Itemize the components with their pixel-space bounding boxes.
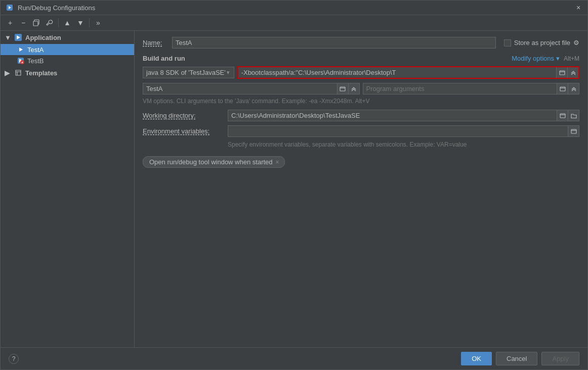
sdk-dropdown-value: java 8 SDK of 'TestJavaSE' <box>146 69 226 76</box>
env-vars-input-group <box>228 125 579 137</box>
main-content: ▼ Application TestA <box>1 31 587 347</box>
toolbar-separator <box>58 18 59 27</box>
store-project-label: Store as project file <box>514 39 570 47</box>
vm-options-input[interactable] <box>238 67 556 78</box>
store-project-gear-icon[interactable]: ⚙ <box>573 39 579 47</box>
vm-options-browse-button[interactable] <box>556 67 567 78</box>
svg-rect-14 <box>560 87 565 91</box>
apply-button[interactable]: Apply <box>541 352 579 365</box>
sidebar-item-testa[interactable]: TestA <box>1 44 134 55</box>
modify-options-shortcut: Alt+M <box>564 55 579 62</box>
modify-options-link[interactable]: Modify options ▾ <box>512 55 560 62</box>
add-config-button[interactable]: + <box>5 17 16 28</box>
svg-rect-16 <box>571 129 576 133</box>
tag-chips-area: Open run/debug tool window when started … <box>143 156 579 168</box>
toolbar-separator-2 <box>89 18 90 27</box>
sidebar: ▼ Application TestA <box>1 31 135 347</box>
svg-rect-12 <box>560 71 565 75</box>
env-vars-label: Environment variables: <box>143 127 224 135</box>
config-panel: Name: Store as project file ⚙ Build and … <box>135 31 587 347</box>
remove-config-button[interactable]: − <box>18 17 29 28</box>
mainclass-expand-button[interactable] <box>348 83 359 94</box>
run-debug-tool-window-tag: Open run/debug tool window when started … <box>143 156 285 168</box>
more-options-button[interactable]: » <box>93 17 104 28</box>
sidebar-group-templates[interactable]: ▶ Templates <box>1 66 134 79</box>
mainclass-programargs-row <box>143 83 579 95</box>
name-input[interactable] <box>172 37 496 49</box>
mainclass-input-group <box>143 83 360 95</box>
store-project-checkbox[interactable] <box>504 39 511 47</box>
ok-button[interactable]: OK <box>461 352 492 365</box>
sdk-vmoptions-row: java 8 SDK of 'TestJavaSE' ▼ <box>143 66 579 79</box>
dialog-icon <box>6 4 14 12</box>
working-dir-input-group <box>228 110 579 121</box>
env-vars-hint: Specify environment variables, separate … <box>143 141 579 148</box>
templates-group-icon <box>14 68 23 77</box>
copy-config-button[interactable] <box>31 17 42 28</box>
vm-options-input-group <box>237 66 579 79</box>
tag-label: Open run/debug tool window when started <box>149 158 273 166</box>
bottom-bar: ? OK Cancel Apply <box>1 347 587 369</box>
mainclass-browse-button[interactable] <box>337 83 348 94</box>
dialog-buttons: OK Cancel Apply <box>461 352 579 365</box>
program-args-expand-button[interactable] <box>568 83 579 94</box>
name-row: Name: Store as project file ⚙ <box>143 37 579 49</box>
working-dir-label: Working directory: <box>143 112 224 119</box>
working-dir-folder-button[interactable] <box>568 110 579 121</box>
name-label: Name: <box>143 39 168 47</box>
sidebar-item-testb[interactable]: × TestB <box>1 55 134 66</box>
close-button[interactable]: × <box>574 4 582 12</box>
dialog-toolbar: + − ▲ ▼ » <box>1 15 587 31</box>
vm-options-expand-button[interactable] <box>567 67 578 78</box>
modify-options-caret-icon: ▾ <box>556 55 560 62</box>
store-project-row: Store as project file ⚙ <box>504 39 579 47</box>
dialog-title: Run/Debug Configurations <box>18 4 574 12</box>
testb-icon: × <box>17 57 25 65</box>
title-bar: Run/Debug Configurations × <box>1 1 587 15</box>
env-vars-input[interactable] <box>228 126 568 136</box>
sidebar-item-testb-label: TestB <box>27 57 44 65</box>
templates-group-arrow: ▶ <box>5 69 12 77</box>
build-run-title: Build and run <box>143 55 185 62</box>
vm-options-hint: VM options. CLI arguments to the 'Java' … <box>143 98 579 105</box>
modify-options-area: Modify options ▾ Alt+M <box>512 55 579 62</box>
sidebar-group-application[interactable]: ▼ Application <box>1 31 134 44</box>
mainclass-input[interactable] <box>143 83 337 94</box>
application-group-arrow: ▼ <box>5 34 12 41</box>
svg-rect-13 <box>340 87 345 91</box>
svg-rect-3 <box>33 21 38 26</box>
sdk-dropdown-caret-icon: ▼ <box>226 70 231 75</box>
application-group-icon <box>14 33 23 42</box>
move-down-button[interactable]: ▼ <box>75 17 86 28</box>
env-vars-browse-button[interactable] <box>568 126 579 136</box>
wrench-button[interactable] <box>44 17 55 28</box>
env-vars-row: Environment variables: <box>143 125 579 137</box>
run-debug-dialog: Run/Debug Configurations × + − ▲ ▼ » <box>0 0 588 370</box>
program-args-browse-button[interactable] <box>557 83 568 94</box>
program-args-input-group <box>363 83 580 95</box>
working-dir-browse-button[interactable] <box>557 110 568 121</box>
help-button[interactable]: ? <box>9 354 19 364</box>
build-run-header: Build and run Modify options ▾ Alt+M <box>143 55 579 62</box>
working-dir-row: Working directory: <box>143 110 579 121</box>
program-args-input[interactable] <box>363 83 557 94</box>
svg-text:×: × <box>21 61 23 64</box>
testa-icon <box>17 45 25 54</box>
modify-options-label: Modify options <box>512 55 554 62</box>
working-dir-input[interactable] <box>228 110 557 121</box>
sidebar-item-testa-label: TestA <box>27 46 44 54</box>
tag-close-button[interactable]: × <box>276 159 279 166</box>
templates-group-label: Templates <box>25 69 57 77</box>
application-group-label: Application <box>25 34 61 41</box>
move-up-button[interactable]: ▲ <box>62 17 73 28</box>
sdk-dropdown[interactable]: java 8 SDK of 'TestJavaSE' ▼ <box>143 67 234 78</box>
cancel-button[interactable]: Cancel <box>496 352 537 365</box>
svg-rect-15 <box>560 114 565 118</box>
